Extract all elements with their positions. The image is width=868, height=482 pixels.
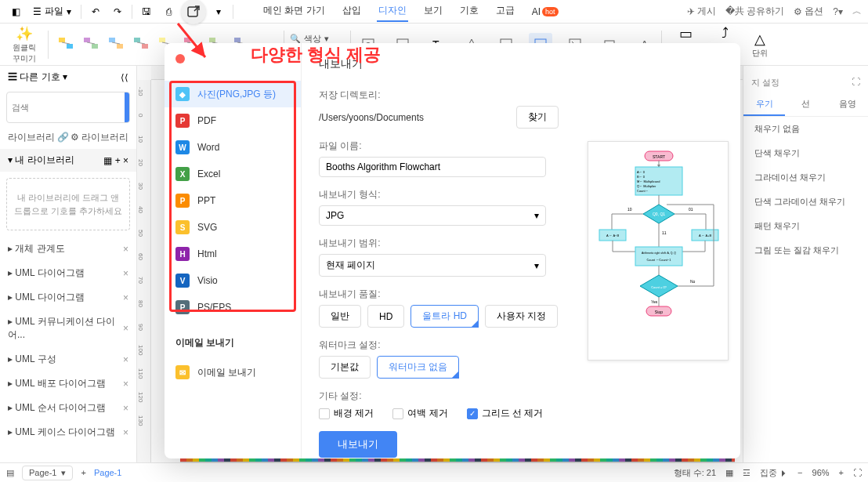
format-item[interactable]: WWord (165, 134, 301, 161)
focus-mode[interactable]: 집중 ⏵ (760, 467, 788, 479)
list-item[interactable]: ▸ 개체 관계도× (0, 237, 136, 261)
format-item[interactable]: PPPT (165, 187, 301, 214)
collapse-icon[interactable]: ︿ (852, 5, 862, 18)
redo-icon[interactable]: ↷ (108, 2, 127, 21)
close-modal-button[interactable] (175, 54, 185, 63)
list-item[interactable]: ▸ UML 구성× (0, 347, 136, 371)
fill-option[interactable]: 패턴 채우기 (743, 214, 868, 238)
svg-text:A ← A−B: A ← A−B (606, 234, 619, 237)
theme-preset-2[interactable] (79, 33, 103, 56)
collapse-left-icon[interactable]: ⟨⟨ (121, 72, 128, 83)
list-item[interactable]: ▸ UML 케이스 다이어그램× (0, 420, 136, 444)
symbols-header[interactable]: ☰ 다른 기호 ▾ ⟨⟨ (0, 66, 136, 89)
email-send-item[interactable]: ✉ 이메일 보내기 (165, 359, 301, 386)
help-icon[interactable]: ?▾ (833, 6, 843, 17)
browse-button[interactable]: 찾기 (516, 106, 559, 129)
page-tab[interactable]: Page-1 (94, 468, 121, 477)
quality-option[interactable]: 사용자 지정 (485, 305, 558, 328)
fill-option[interactable]: 그림 또는 질감 채우기 (743, 238, 868, 263)
tab-symbol[interactable]: 기호 (458, 1, 480, 22)
format-item[interactable]: HHtml (165, 241, 301, 267)
quality-option[interactable]: 일반 (319, 305, 361, 328)
unit[interactable]: △ 단위 (746, 26, 774, 63)
tab-insert[interactable]: 삽입 (341, 1, 363, 22)
tab-view[interactable]: 보기 (422, 1, 444, 22)
search-input[interactable] (7, 100, 125, 115)
format-item[interactable]: VVisio (165, 267, 301, 294)
add-page-icon[interactable]: + (81, 468, 85, 477)
fill-option[interactable]: 그라데이션 채우기 (743, 165, 868, 190)
format-item[interactable]: XExcel (165, 161, 301, 187)
fullscreen-icon[interactable]: ⛶ (853, 468, 862, 477)
format-item[interactable]: PPDF (165, 107, 301, 134)
tab-advanced[interactable]: 고급 (494, 1, 516, 22)
zoom-out-icon[interactable]: − (797, 468, 802, 477)
watermark-option[interactable]: 기본값 (319, 356, 371, 379)
close-icon[interactable]: × (123, 354, 128, 365)
my-library-header[interactable]: ▾ 내 라이브러리 ▦ + × (0, 149, 136, 172)
library-row[interactable]: 라이브러리 🔗 ⚙ 라이브러리 (0, 126, 136, 149)
more-icon[interactable]: ▾ (209, 2, 228, 21)
export-button[interactable]: 내보내기 (319, 431, 397, 458)
format-item[interactable]: ◆사진(PNG,JPG 등) (165, 81, 301, 107)
watermark-option[interactable]: 워터마크 없음 (377, 356, 459, 379)
tab-shadow[interactable]: 음영 (826, 93, 868, 116)
format-select[interactable]: JPG▾ (319, 205, 546, 226)
zoom-in-icon[interactable]: + (839, 468, 844, 477)
format-item[interactable]: PPS/EPS (165, 294, 301, 321)
search-button[interactable]: 검색 (125, 92, 130, 122)
file-menu[interactable]: ☰ 파일 ▾ (28, 3, 76, 20)
share-button[interactable]: �共공유하기 (725, 5, 784, 18)
list-item[interactable]: ▸ UML 커뮤니케이션 다이어...× (0, 310, 136, 347)
svg-text:Q0, Q1: Q0, Q1 (653, 212, 665, 216)
range-select[interactable]: 현재 페이지▾ (319, 254, 546, 277)
tab-design[interactable]: 디자인 (377, 1, 408, 22)
layers-icon[interactable]: ☲ (743, 468, 750, 478)
close-icon[interactable]: × (123, 427, 128, 438)
list-item[interactable]: ▸ UML 다이어그램× (0, 261, 136, 285)
expand-icon[interactable]: ⛶ (852, 77, 860, 89)
quality-option[interactable]: 울트라 HD (410, 305, 479, 328)
tab-line[interactable]: 선 (785, 93, 826, 116)
theme-preset-3[interactable] (104, 33, 128, 56)
tab-fill[interactable]: 우기 (743, 93, 785, 116)
close-icon[interactable]: × (123, 155, 128, 166)
library-dropzone[interactable]: 내 라이브러리에 드래그 앤 드롭으로 기호를 추가하세요 (6, 178, 130, 230)
quality-option[interactable]: HD (367, 305, 404, 328)
format-item[interactable]: SSVG (165, 214, 301, 241)
checkbox-option[interactable]: 여백 제거 (392, 407, 447, 420)
save-icon[interactable]: 🖫 (137, 2, 156, 21)
close-icon[interactable]: × (123, 292, 128, 303)
outline-icon[interactable]: ▤ (6, 468, 14, 478)
list-item[interactable]: ▸ UML 다이어그램× (0, 285, 136, 310)
close-icon[interactable]: × (123, 244, 128, 255)
close-icon[interactable]: × (123, 268, 128, 279)
close-icon[interactable]: × (123, 323, 128, 334)
add-icon[interactable]: + (115, 155, 121, 166)
list-item[interactable]: ▸ UML 배포 다이어그램× (0, 371, 136, 396)
app-menu-icon[interactable]: ◧ (6, 2, 25, 21)
theme-preset-1[interactable] (54, 33, 78, 56)
grid-toggle-icon[interactable]: ▦ (725, 468, 733, 478)
tab-main[interactable]: 메인 화면 가기 (262, 1, 327, 22)
print-icon[interactable]: ⎙ (159, 2, 178, 21)
page-select[interactable]: Page-1▾ (22, 466, 73, 480)
publish-button[interactable]: ✈게시 (687, 5, 716, 18)
undo-icon[interactable]: ↶ (86, 2, 105, 21)
options-button[interactable]: ⚙옵션 (794, 5, 823, 18)
close-icon[interactable]: × (123, 403, 128, 414)
grid-icon[interactable]: ▦ (103, 155, 112, 166)
fill-option[interactable]: 단색 그라데이션 채우기 (743, 190, 868, 214)
theme-preset-4[interactable] (129, 33, 153, 56)
one-click-style[interactable]: ✨ 원클릭 꾸미기 (6, 26, 42, 63)
export-icon[interactable] (181, 0, 206, 24)
filename-input[interactable] (319, 157, 546, 177)
list-item[interactable]: ▸ UML 순서 다이어그램× (0, 396, 136, 420)
close-icon[interactable]: × (123, 379, 128, 390)
svg-text:A ← A+B: A ← A+B (699, 234, 711, 237)
fill-option[interactable]: 단색 채우기 (743, 141, 868, 165)
checkbox-option[interactable]: 배경 제거 (319, 407, 374, 420)
checkbox-option[interactable]: ✓그리드 선 제거 (467, 407, 544, 420)
fill-option[interactable]: 채우기 없음 (743, 117, 868, 141)
tab-ai[interactable]: AI hot (530, 1, 560, 22)
